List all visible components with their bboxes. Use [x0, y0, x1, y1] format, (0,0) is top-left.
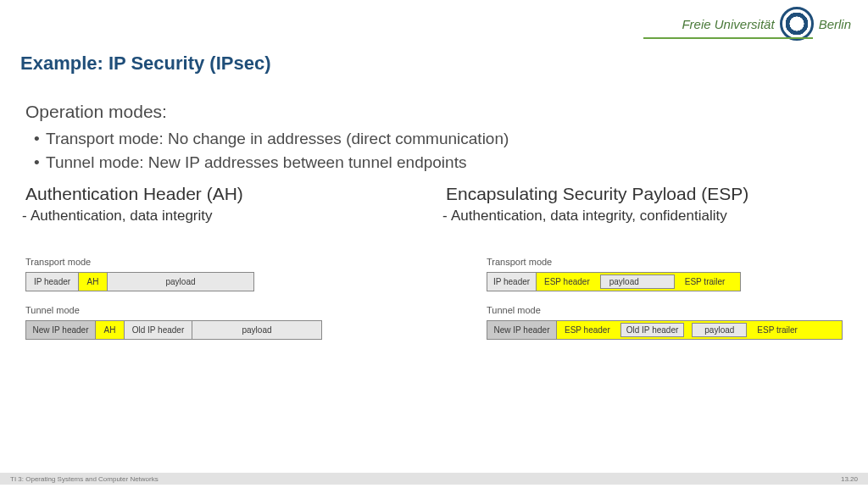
slide-title: Example: IP Security (IPsec) — [20, 53, 271, 75]
seg-payload2: payload — [192, 321, 321, 339]
bullet-transport: Transport mode: No change in addresses (… — [34, 127, 843, 151]
esp-column: Encapsulating Security Payload (ESP) Aut… — [446, 184, 843, 225]
seg-esp-header: ESP header — [539, 277, 595, 286]
ah-heading: Authentication Header (AH) — [25, 184, 422, 204]
seg-ip-header2: IP header — [487, 273, 537, 291]
ah-subheading: Authentication, data integrity — [25, 208, 422, 225]
esp-transport-wrap: ESP header payload ESP trailer — [537, 273, 740, 291]
university-logo: Freie Universität Berlin — [682, 7, 851, 41]
seg-esp-header2: ESP header — [559, 325, 615, 335]
seg-ah2: AH — [96, 321, 125, 339]
seg-ah: AH — [79, 273, 108, 291]
seg-old-ip: Old IP header — [125, 321, 192, 339]
esp-diagrams: Transport mode IP header ESP header payl… — [487, 257, 843, 353]
packet-diagrams: Transport mode IP header AH payload Tunn… — [25, 257, 843, 353]
content-area: Operation modes: Transport mode: No chan… — [25, 102, 843, 225]
seal-icon — [780, 7, 814, 41]
seg-new-ip: New IP header — [26, 321, 96, 339]
seg-old-ip2: Old IP header — [620, 323, 685, 337]
seg-ip-header: IP header — [26, 273, 79, 291]
slide-footer: TI 3: Operating Systems and Computer Net… — [0, 473, 868, 485]
logo-text-bold: Berlin — [819, 17, 851, 31]
seg-new-ip2: New IP header — [487, 321, 557, 339]
seg-esp-trailer: ESP trailer — [680, 277, 731, 286]
esp-transport-label: Transport mode — [487, 257, 843, 267]
footer-right: 13.20 — [841, 475, 858, 483]
logo-underline — [643, 37, 813, 39]
ah-transport-label: Transport mode — [25, 257, 376, 267]
seg-esp-trailer2: ESP trailer — [752, 325, 803, 335]
operation-modes-heading: Operation modes: — [25, 102, 843, 122]
esp-heading: Encapsulating Security Payload (ESP) — [446, 184, 843, 204]
esp-tunnel-wrap: ESP header Old IP header payload ESP tra… — [557, 321, 842, 339]
esp-tunnel-label: Tunnel mode — [487, 305, 843, 315]
esp-transport-packet: IP header ESP header payload ESP trailer — [487, 272, 741, 291]
seg-payload3: payload — [600, 274, 675, 289]
logo-text: Freie Universität — [682, 17, 774, 31]
seg-payload4: payload — [692, 323, 747, 337]
ah-column: Authentication Header (AH) Authenticatio… — [25, 184, 422, 225]
modes-bullets: Transport mode: No change in addresses (… — [34, 127, 843, 174]
ah-tunnel-label: Tunnel mode — [25, 305, 376, 315]
ah-diagrams: Transport mode IP header AH payload Tunn… — [25, 257, 376, 353]
esp-tunnel-packet: New IP header ESP header Old IP header p… — [487, 320, 843, 340]
bullet-tunnel: Tunnel mode: New IP addresses between tu… — [34, 151, 843, 175]
footer-left: TI 3: Operating Systems and Computer Net… — [10, 475, 159, 483]
ah-tunnel-packet: New IP header AH Old IP header payload — [25, 320, 322, 340]
ah-transport-packet: IP header AH payload — [25, 272, 254, 291]
seg-payload: payload — [108, 273, 253, 291]
esp-subheading: Authentication, data integrity, confiden… — [446, 208, 843, 225]
